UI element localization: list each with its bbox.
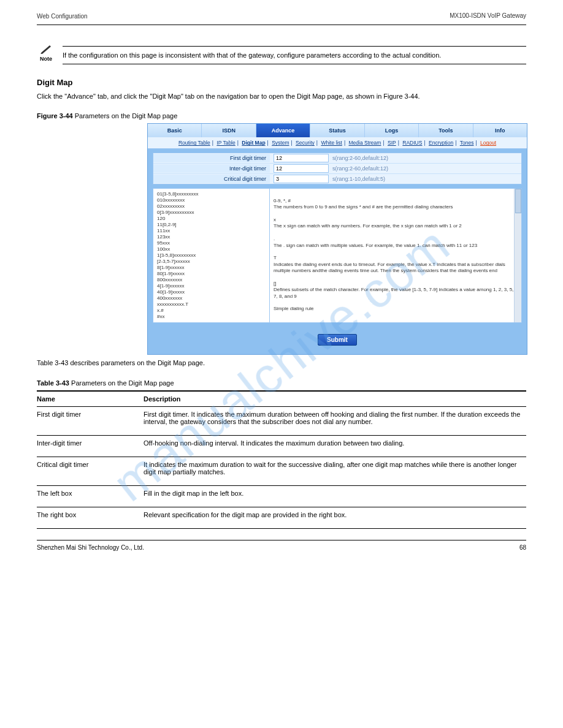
cell-name: Critical digit timer [37, 457, 141, 485]
textarea-row: 01[3-5,8]xxxxxxxxx 010xxxxxxxx 02xxxxxxx… [153, 188, 522, 323]
subnav-digit-map[interactable]: Digit Map [242, 140, 265, 146]
digit-map-help-textarea[interactable]: 0-9, *, # The numbers from 0 to 9 and th… [270, 189, 521, 322]
note-label: Note [40, 56, 52, 62]
header-divider [37, 25, 526, 25]
row-inter-digit-timer: Inter-digit timer s(rang:2-60,default:12… [153, 164, 521, 174]
row-first-digit-timer: First digit timer s(rang:2-60,default:12… [153, 153, 521, 164]
page-footer: Shenzhen Mai Shi Technology Co., Ltd. 68 [37, 540, 526, 551]
cell-name: First digit timer [37, 406, 141, 435]
cell-desc: It indicates the maximum duration to wai… [141, 457, 526, 485]
row-critical-digit-timer: Critical digit timer s(rang:1-10,default… [153, 174, 521, 184]
main-tabs: Basic ISDN Advance Status Logs Tools Inf… [148, 124, 527, 137]
note-text: If the configuration on this page is inc… [63, 51, 526, 59]
label-inter-digit-timer: Inter-digit timer [153, 164, 270, 173]
tab-isdn[interactable]: ISDN [202, 124, 256, 137]
subnav-sip[interactable]: SIP [388, 140, 396, 146]
submit-row: Submit [148, 328, 527, 354]
tab-tools[interactable]: Tools [419, 124, 473, 137]
subnav-encryption[interactable]: Encryption [429, 140, 453, 146]
subnav-ip-table[interactable]: IP Table [216, 140, 235, 146]
page-header: Web Configuration MX100-ISDN VoIP Gatewa… [37, 12, 526, 20]
cell-desc: Fill in the digit map in the left box. [141, 485, 526, 507]
section-outro: Table 3-43 describes parameters on the D… [37, 358, 526, 368]
help-text: 0-9, *, # The numbers from 0 to 9 and th… [274, 198, 513, 312]
tab-info[interactable]: Info [473, 124, 527, 137]
input-critical-digit-timer[interactable] [274, 175, 329, 183]
table-row: The right box Relevant specification for… [37, 507, 526, 528]
cell-name: The right box [37, 507, 141, 528]
tab-status[interactable]: Status [310, 124, 364, 137]
figure-caption: Figure 3-44 Parameters on the Digit Map … [37, 112, 526, 119]
tab-advance[interactable]: Advance [256, 124, 310, 137]
subnav-tones[interactable]: Tones [460, 140, 474, 146]
subnav-security[interactable]: Security [296, 140, 315, 146]
input-inter-digit-timer[interactable] [274, 164, 329, 173]
cell-desc: Relevant specification for the digit map… [141, 507, 526, 528]
hint-critical-digit-timer: s(rang:1-10,default:5) [332, 176, 385, 182]
footer-left: Shenzhen Mai Shi Technology Co., Ltd. [37, 544, 144, 551]
table-row: Inter-digit timer Off-hooking non-dialin… [37, 435, 526, 457]
subnav-system[interactable]: System [272, 140, 289, 146]
timer-form: First digit timer s(rang:2-60,default:12… [153, 153, 522, 184]
hint-inter-digit-timer: s(rang:2-60,default:12) [332, 165, 388, 172]
table-caption-text: Parameters on the Digit Map page [71, 379, 174, 387]
subnav-routing-table[interactable]: Routing Table [178, 140, 210, 146]
sub-nav: Routing Table| IP Table| Digit Map| Syst… [148, 137, 527, 149]
note-bottom-rule [63, 64, 526, 64]
scrollbar-thumb[interactable] [515, 189, 521, 213]
table-caption-label: Table 3-43 [37, 379, 69, 387]
footer-page-number: 68 [519, 544, 526, 551]
submit-button[interactable]: Submit [318, 334, 357, 346]
digit-map-textarea[interactable]: 01[3-5,8]xxxxxxxxx 010xxxxxxxx 02xxxxxxx… [153, 189, 270, 322]
note-top-rule [63, 46, 526, 47]
th-description: Description [141, 391, 526, 407]
cell-name: The left box [37, 485, 141, 507]
subnav-white-list[interactable]: White list [321, 140, 342, 146]
figure-caption-label: Figure 3-44 [37, 112, 73, 119]
header-left: Web Configuration [37, 13, 88, 20]
table-caption: Table 3-43 Parameters on the Digit Map p… [37, 379, 526, 387]
header-right: MX100-ISDN VoIP Gateway [450, 12, 526, 19]
subnav-media-stream[interactable]: Media Stream [349, 140, 381, 146]
tab-basic[interactable]: Basic [148, 124, 202, 137]
table-row: The left box Fill in the digit map in th… [37, 485, 526, 507]
label-critical-digit-timer: Critical digit timer [153, 175, 270, 183]
label-first-digit-timer: First digit timer [153, 154, 270, 162]
figure-caption-text: Parameters on the Digit Map page [75, 112, 178, 119]
screenshot-figure: Basic ISDN Advance Status Logs Tools Inf… [147, 123, 527, 355]
table-row: Critical digit timer It indicates the ma… [37, 457, 526, 485]
section-intro: Click the "Advance" tab, and click the "… [37, 92, 526, 101]
parameter-table: Name Description First digit timer First… [37, 390, 526, 529]
subnav-logout[interactable]: Logout [480, 140, 496, 146]
section-title: Digit Map [37, 78, 526, 87]
cell-desc: First digit timer. It indicates the maxi… [141, 406, 526, 435]
tab-logs[interactable]: Logs [365, 124, 419, 137]
subnav-radius[interactable]: RADIUS [402, 140, 422, 146]
hint-first-digit-timer: s(rang:2-60,default:12) [332, 155, 388, 161]
input-first-digit-timer[interactable] [274, 154, 329, 162]
scrollbar[interactable] [514, 189, 521, 322]
cell-name: Inter-digit timer [37, 435, 141, 457]
note-icon: Note [37, 44, 55, 62]
cell-desc: Off-hooking non-dialing interval. It ind… [141, 435, 526, 457]
table-row: First digit timer First digit timer. It … [37, 406, 526, 435]
th-name: Name [37, 391, 141, 407]
note-block: Note If the configuration on this page i… [37, 44, 526, 67]
